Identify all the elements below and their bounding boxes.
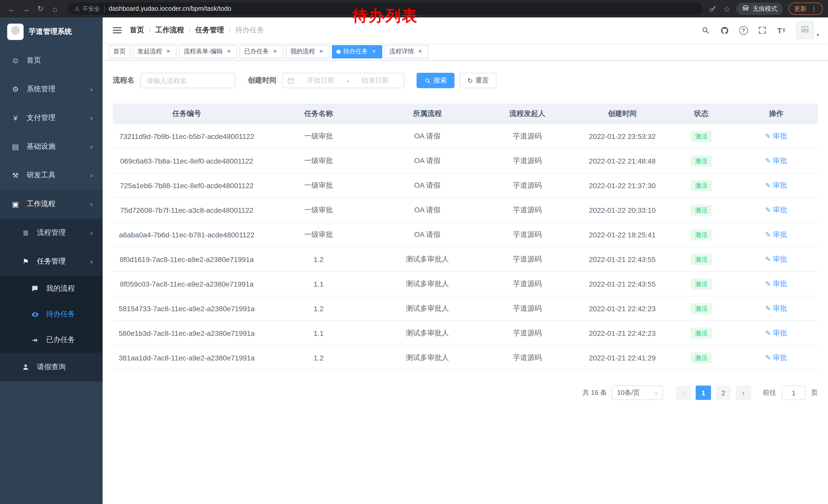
tab-close-icon[interactable]: × [370,48,378,55]
tab-launch-process[interactable]: 发起流程× [133,45,176,58]
goto-page-input[interactable] [782,385,805,400]
cell-name: 1.1 [261,280,377,288]
sidebar-item-workflow[interactable]: ▣工作流程∧ [0,190,102,218]
next-page-button[interactable]: › [736,385,751,400]
key-icon[interactable] [709,5,716,12]
home-icon[interactable]: ⌂ [48,2,61,15]
approve-link[interactable]: ✎审批 [765,304,787,313]
search-button[interactable]: 搜索 [417,73,455,88]
sidebar-item-system[interactable]: ⚙系统管理∨ [0,75,102,103]
approve-link[interactable]: ✎审批 [765,230,787,239]
search-icon[interactable] [701,25,710,35]
app-logo-row[interactable]: 芋道管理系统 [0,17,102,46]
create-time-label: 创建时间 [248,76,277,85]
cell-action: ✎审批 [735,156,818,165]
cell-process: 测试多审批人 [377,304,478,313]
fullscreen-icon[interactable] [758,25,767,35]
page-size-select[interactable]: 10条/页 ∨ [612,385,663,400]
sidebar-item-my-process[interactable]: 我的流程 [0,276,102,302]
cell-action: ✎审批 [735,255,818,264]
app-title: 芋道管理系统 [29,27,72,36]
tab-done-tasks[interactable]: 已办任务× [240,45,283,58]
browser-nav-buttons: ←→↻⌂ [5,2,61,15]
sidebar-item-task-mgmt[interactable]: ⚑任务管理∧ [0,247,102,276]
cell-process: 测试多审批人 [377,353,478,362]
user-avatar[interactable]: ▼ [796,21,820,39]
tab-home[interactable]: 首页 [109,45,130,58]
tab-close-icon[interactable]: × [272,48,279,55]
sidebar-item-leave-query[interactable]: 请假查询 [0,353,102,381]
approve-link[interactable]: ✎审批 [765,156,787,165]
sidebar-item-todo-task[interactable]: 待办任务 [0,302,102,327]
tab-close-icon[interactable]: × [318,48,325,55]
edit-icon: ✎ [765,305,771,312]
github-icon[interactable] [720,25,729,35]
tab-form-edit[interactable]: 流程表单-编辑× [179,45,237,58]
reset-button[interactable]: ↻ 重置 [460,73,497,88]
cell-name: 一级审批 [261,132,377,141]
cell-process: OA 请假 [377,132,478,141]
edit-icon: ✎ [765,280,771,288]
total-count: 共 16 条 [583,388,607,397]
update-button[interactable]: 更新 ⋮ [788,3,823,15]
tab-close-icon[interactable]: × [417,48,424,55]
sidebar-item-home[interactable]: ⊙首页 [0,46,102,75]
table-row: 8f059c03-7ac8-11ec-a9e2-a2380e71991a1.1测… [113,272,818,296]
sidebar-item-done-task[interactable]: ↠已办任务 [0,327,102,353]
refresh-icon[interactable]: ↻ [34,2,47,15]
prev-page-button[interactable]: ‹ [676,385,691,400]
sidebar-toggle-icon[interactable] [112,25,123,35]
back-icon[interactable]: ← [5,2,18,15]
breadcrumb-link[interactable]: 任务管理 [196,26,224,35]
kebab-menu-icon[interactable]: ⋮ [811,5,817,12]
approve-link[interactable]: ✎审批 [765,255,787,264]
omnibox-divider [104,6,105,12]
cell-initiator: 芋道源码 [478,353,577,362]
table-row: 069c6a63-7b8a-11ec-8ef0-acde48001122一级审批… [113,149,818,173]
breadcrumb-link[interactable]: 工作流程 [156,26,184,35]
tab-close-icon[interactable]: × [225,48,233,55]
approve-link[interactable]: ✎审批 [765,132,787,141]
approve-link[interactable]: ✎审批 [765,353,787,362]
breadcrumb: 首页/工作流程/任务管理/待办任务 [130,26,264,35]
sidebar-item-process-mgmt[interactable]: ≣流程管理∨ [0,218,102,247]
approve-link[interactable]: ✎审批 [765,328,787,338]
cell-initiator: 芋道源码 [478,205,577,215]
approve-link[interactable]: ✎审批 [765,181,787,190]
page-button-1[interactable]: 1 [696,385,711,400]
tab-todo-tasks[interactable]: 待办任务× [332,45,382,58]
process-name-input[interactable] [140,73,236,88]
sidebar-item-infra[interactable]: ▤基础设施∨ [0,132,102,161]
search-icon [424,77,431,84]
tab-label: 我的流程 [290,47,315,56]
tab-process-detail[interactable]: 流程详情× [385,45,428,58]
sidebar-item-payment[interactable]: ¥支付管理∨ [0,103,102,132]
help-icon[interactable]: ? [739,25,748,35]
range-separator: - [347,77,349,84]
column-header-time: 创建时间 [577,109,668,118]
table-row: 725a1eb6-7b88-11ec-8ef0-acde48001122一级审批… [113,173,818,198]
tab-close-icon[interactable]: × [165,48,172,55]
page-button-2[interactable]: 2 [716,385,731,400]
approve-link[interactable]: ✎审批 [765,279,787,288]
table-row: 580e1b3d-7ac8-11ec-a9e2-a2380e71991a1.1测… [113,321,818,346]
cell-time: 2022-01-22 21:37:30 [577,181,668,189]
security-status[interactable]: ⚠ 不安全 [74,5,100,12]
broken-image-icon [801,25,809,35]
approve-link[interactable]: ✎审批 [765,205,787,215]
cell-status: 激活 [668,131,735,142]
edit-icon: ✎ [765,206,771,214]
cell-id: 381aa1dd-7ac8-11ec-a9e2-a2380e71991a [113,354,261,362]
fontsize-icon[interactable]: TT [777,25,786,35]
forward-icon[interactable]: → [19,2,33,15]
cell-id: 73211d9d-7b9b-11ec-b5b7-acde48001122 [113,132,261,140]
create-time-range-picker[interactable]: 开始日期 - 结束日期 [282,73,404,88]
star-icon[interactable]: ☆ [723,4,731,13]
sidebar-item-devtools[interactable]: ⚒研发工具∨ [0,161,102,190]
approve-label: 审批 [773,205,787,215]
cell-initiator: 芋道源码 [478,255,577,264]
tab-my-process[interactable]: 我的流程× [286,45,329,58]
breadcrumb-link[interactable]: 首页 [130,26,144,35]
status-badge: 激活 [691,204,712,216]
cell-time: 2022-01-22 21:48:48 [577,156,668,165]
